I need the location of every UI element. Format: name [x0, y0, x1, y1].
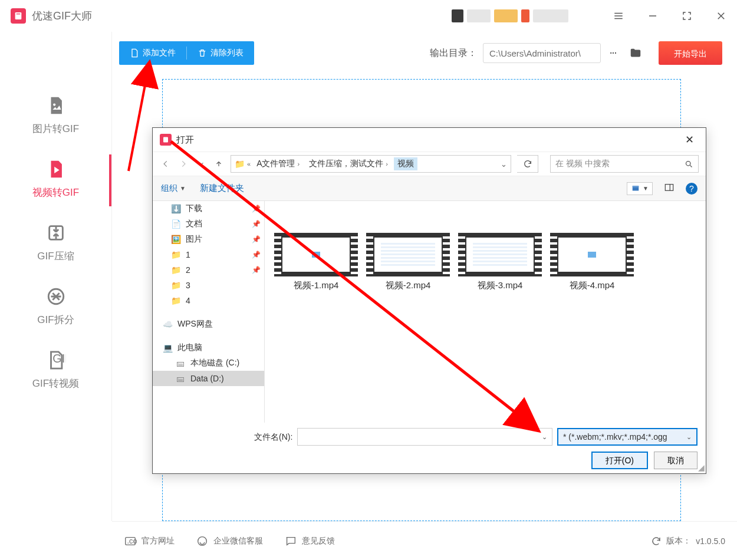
menu-icon[interactable]: [613, 11, 624, 21]
chat-icon: [284, 535, 297, 548]
pin-icon: 📌: [252, 266, 261, 274]
sidebar-item-gifcompress[interactable]: GIF压缩: [0, 212, 111, 276]
tree-item-label: 3: [186, 281, 190, 290]
file-item[interactable]: 视频-1.mp4: [273, 233, 359, 291]
tree-item[interactable]: 📁4: [153, 293, 264, 308]
headset-icon: [196, 535, 209, 548]
nav-forward-button[interactable]: [177, 158, 189, 170]
output-dir-label: 输出目录：: [430, 47, 477, 60]
filetype-filter[interactable]: * (*.webm;*.mkv;*.mp4;*.ogg⌄: [557, 428, 697, 446]
version-label: 版本：: [666, 536, 691, 546]
add-file-button[interactable]: 添加文件: [119, 41, 186, 65]
footer-website[interactable]: .com 官方网址: [124, 535, 175, 548]
minimize-icon[interactable]: [647, 11, 658, 21]
sidebar-label: GIF压缩: [37, 249, 74, 263]
file-item[interactable]: 视频-4.mp4: [549, 233, 635, 291]
tree-item[interactable]: ⬇️下载📌: [153, 201, 264, 216]
gif-file-icon: GIF: [46, 350, 66, 372]
tree-item-label: 文档: [186, 219, 202, 229]
close-icon[interactable]: [716, 11, 726, 21]
file-item[interactable]: 视频-3.mp4: [457, 233, 543, 291]
refresh-button[interactable]: [517, 155, 538, 173]
tree-item[interactable]: 🖴本地磁盘 (C:): [153, 355, 264, 371]
video-file-icon: [46, 159, 66, 181]
browse-button[interactable]: ···: [603, 43, 623, 63]
folder-tree: ⬇️下载📌📄文档📌🖼️图片📌📁1📌📁2📌📁3📁4☁️WPS网盘💻此电脑🖴本地磁盘…: [153, 201, 265, 423]
tree-item-label: Data (D:): [190, 374, 224, 383]
preview-icon: [663, 183, 675, 192]
svg-rect-0: [15, 12, 22, 19]
open-folder-button[interactable]: [626, 43, 646, 63]
export-label: 开始导出: [674, 49, 707, 58]
sidebar: 图片转GIF 视频转GIF GIF压缩 GIF拆分 GIF GIF转视频: [0, 32, 112, 521]
tree-item[interactable]: 📄文档📌: [153, 216, 264, 232]
dialog-open-button[interactable]: 打开(O): [591, 452, 648, 469]
svg-point-8: [53, 103, 55, 106]
pin-icon: 📌: [252, 251, 261, 259]
footer-version[interactable]: 版本： v1.0.5.0: [651, 536, 725, 546]
sidebar-item-gif2vid[interactable]: GIF GIF转视频: [0, 340, 111, 403]
tree-item[interactable]: 📁1📌: [153, 247, 264, 262]
clear-list-button[interactable]: 清除列表: [187, 41, 254, 65]
file-label: 视频-1.mp4: [294, 280, 339, 291]
split-icon: [46, 286, 66, 308]
tree-item[interactable]: 📁2📌: [153, 262, 264, 278]
search-placeholder: 在 视频 中搜索: [555, 159, 610, 169]
sidebar-label: GIF拆分: [37, 313, 74, 327]
compress-icon: [46, 223, 66, 245]
breadcrumb-dropdown-icon[interactable]: ⌄: [501, 160, 507, 169]
sidebar-label: 视频转GIF: [32, 186, 79, 199]
file-label: 视频-2.mp4: [386, 280, 431, 291]
folder-icon: 📁: [170, 280, 181, 291]
sidebar-item-gifsplit[interactable]: GIF拆分: [0, 276, 111, 340]
tree-item[interactable]: 📁3: [153, 278, 264, 293]
file-label: 视频-3.mp4: [478, 280, 523, 291]
search-input[interactable]: 在 视频 中搜索: [550, 155, 699, 173]
file-item[interactable]: 视频-2.mp4: [365, 233, 451, 291]
filetype-value: * (*.webm;*.mkv;*.mp4;*.ogg: [563, 432, 667, 442]
sidebar-label: GIF转视频: [32, 377, 79, 390]
svg-rect-15: [163, 137, 168, 143]
breadcrumb-segment[interactable]: A文件管理›: [253, 157, 303, 170]
footer-feedback[interactable]: 意见反馈: [284, 535, 335, 548]
file-list: 视频-1.mp4视频-2.mp4视频-3.mp4视频-4.mp4: [265, 201, 706, 423]
tree-item-label: WPS网盘: [177, 319, 213, 330]
output-dir-input[interactable]: C:\Users\Administrator\: [483, 43, 601, 63]
clear-list-label: 清除列表: [210, 48, 244, 58]
svg-text:GIF: GIF: [52, 352, 66, 365]
sidebar-item-vid2gif[interactable]: 视频转GIF: [0, 149, 111, 212]
refresh-icon: [523, 159, 532, 169]
help-button[interactable]: ?: [686, 183, 697, 195]
cloud-icon: ☁️: [162, 319, 173, 330]
tree-item[interactable]: 🖴Data (D:): [153, 371, 264, 386]
folder-icon: 📁: [170, 249, 181, 260]
filename-input[interactable]: ⌄: [297, 428, 552, 446]
dialog-cancel-button[interactable]: 取消: [654, 452, 697, 469]
new-folder-button[interactable]: 新建文件夹: [200, 183, 244, 194]
website-icon: .com: [124, 535, 137, 548]
resize-grip-icon[interactable]: ◢: [698, 463, 705, 472]
footer-wechat[interactable]: 企业微信客服: [196, 535, 263, 548]
trash-icon: [198, 48, 207, 58]
dialog-bottom: 文件名(N): ⌄ * (*.webm;*.mkv;*.mp4;*.ogg⌄ 打…: [153, 423, 706, 473]
sidebar-item-img2gif[interactable]: 图片转GIF: [0, 85, 111, 149]
title-bar: 优速GIF大师: [0, 0, 737, 32]
tree-item[interactable]: ☁️WPS网盘: [153, 317, 264, 332]
dialog-close-button[interactable]: ✕: [680, 131, 699, 149]
export-button[interactable]: 开始导出: [659, 41, 722, 65]
tree-item[interactable]: 💻此电脑: [153, 340, 264, 355]
breadcrumb-segment[interactable]: 文件压缩，测试文件›: [305, 157, 391, 170]
fullscreen-icon[interactable]: [682, 11, 692, 21]
nav-recent-button[interactable]: [195, 158, 207, 170]
pin-icon: 📌: [252, 220, 261, 228]
footer-wechat-label: 企业微信客服: [213, 536, 263, 546]
nav-up-button[interactable]: [213, 158, 225, 170]
organize-button[interactable]: 组织▼: [161, 183, 186, 194]
nav-back-button[interactable]: [160, 158, 172, 170]
preview-pane-button[interactable]: [663, 183, 675, 194]
breadcrumb-segment-current[interactable]: 视频: [394, 157, 417, 170]
filename-label: 文件名(N):: [254, 431, 292, 443]
tree-item[interactable]: 🖼️图片📌: [153, 232, 264, 247]
breadcrumb[interactable]: 📁 « A文件管理› 文件压缩，测试文件› 视频 ⌄: [231, 155, 511, 173]
view-mode-button[interactable]: ▼: [627, 182, 653, 195]
